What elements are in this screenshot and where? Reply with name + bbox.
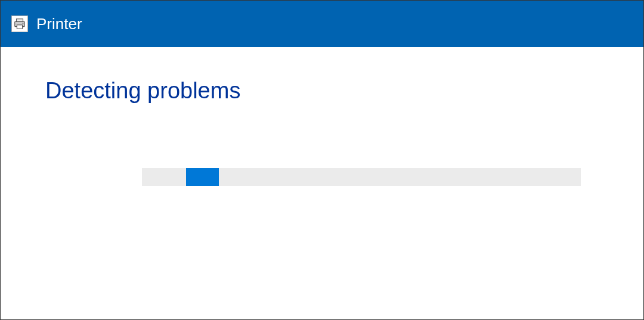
progress-indicator — [186, 168, 219, 186]
status-heading: Detecting problems — [45, 78, 599, 104]
svg-rect-2 — [17, 25, 22, 29]
troubleshooter-window: Printer Detecting problems — [0, 0, 644, 320]
progress-container — [142, 168, 581, 186]
content-area: Detecting problems — [1, 47, 643, 319]
titlebar: Printer — [1, 1, 643, 47]
progress-bar — [142, 168, 581, 186]
window-title: Printer — [36, 15, 82, 33]
svg-point-3 — [23, 23, 24, 24]
printer-icon — [11, 15, 28, 32]
svg-rect-0 — [17, 19, 23, 22]
